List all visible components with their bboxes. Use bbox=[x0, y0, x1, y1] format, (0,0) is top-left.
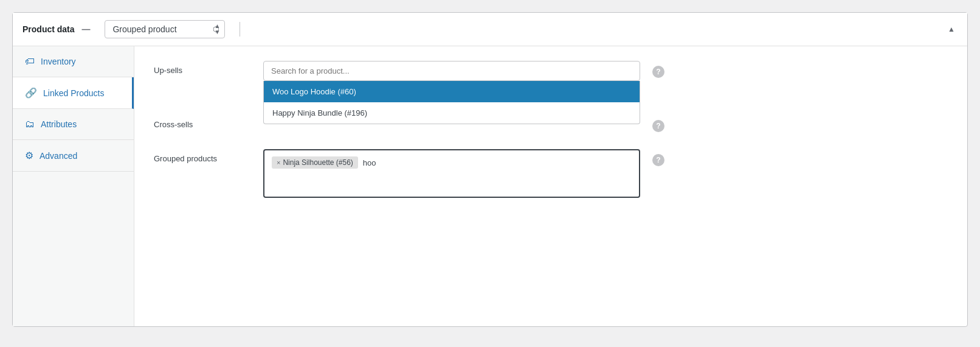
sidebar-item-attributes[interactable]: 🗂 Attributes bbox=[13, 109, 134, 140]
main-content: Up-sells Woo Logo Hoodie (#60) Happy Nin… bbox=[134, 46, 967, 326]
outer-wrapper: Product data — Simple productGrouped pro… bbox=[0, 0, 980, 347]
grouped-products-row: Grouped products × Ninja Silhouette (#56… bbox=[154, 149, 948, 198]
upsells-search-container[interactable] bbox=[263, 61, 640, 81]
sidebar: 🏷 Inventory 🔗 Linked Products 🗂 Attribut… bbox=[13, 46, 134, 326]
link-icon: 🔗 bbox=[25, 87, 37, 99]
sidebar-item-advanced-label: Advanced bbox=[40, 151, 77, 161]
collapse-icon: ▲ bbox=[948, 25, 955, 33]
panel-header: Product data — Simple productGrouped pro… bbox=[13, 13, 967, 46]
tag-text: Ninja Silhouette (#56) bbox=[283, 158, 353, 167]
tag-icon: 🏷 bbox=[25, 56, 35, 67]
product-data-panel: Product data — Simple productGrouped pro… bbox=[12, 12, 968, 327]
upsells-row: Up-sells Woo Logo Hoodie (#60) Happy Nin… bbox=[154, 61, 948, 81]
grouped-products-type-input[interactable] bbox=[363, 156, 399, 170]
crosssells-label: Cross-sells bbox=[154, 115, 251, 129]
gear-icon: ⚙ bbox=[25, 150, 33, 161]
tag-ninja-silhouette: × Ninja Silhouette (#56) bbox=[272, 156, 358, 169]
grouped-products-field[interactable]: × Ninja Silhouette (#56) hoo bbox=[263, 149, 640, 198]
panel-header-left: Product data — Simple productGrouped pro… bbox=[22, 20, 240, 38]
panel-title-text: Product data bbox=[22, 24, 75, 34]
header-divider bbox=[240, 22, 240, 37]
sidebar-item-inventory-label: Inventory bbox=[41, 57, 76, 66]
crosssells-help-icon[interactable]: ? bbox=[652, 120, 664, 132]
sidebar-item-attributes-label: Attributes bbox=[41, 119, 77, 129]
upsells-input-area: Woo Logo Hoodie (#60) Happy Ninja Bundle… bbox=[263, 61, 640, 81]
sidebar-item-linked-products-label: Linked Products bbox=[43, 88, 104, 98]
sidebar-item-inventory[interactable]: 🏷 Inventory bbox=[13, 46, 134, 77]
upsells-search-input[interactable] bbox=[264, 61, 640, 80]
grouped-products-input-area: × Ninja Silhouette (#56) hoo bbox=[263, 149, 640, 198]
panel-body: 🏷 Inventory 🔗 Linked Products 🗂 Attribut… bbox=[13, 46, 967, 326]
sidebar-item-linked-products[interactable]: 🔗 Linked Products bbox=[13, 77, 134, 109]
dropdown-item-1[interactable]: Happy Ninja Bundle (#196) bbox=[264, 102, 640, 124]
collapse-button[interactable]: ▲ bbox=[945, 23, 958, 36]
panel-title: Product data — bbox=[22, 24, 95, 34]
sidebar-item-advanced[interactable]: ⚙ Advanced bbox=[13, 140, 134, 172]
upsells-dropdown: Woo Logo Hoodie (#60) Happy Ninja Bundle… bbox=[263, 81, 640, 124]
dropdown-item-0[interactable]: Woo Logo Hoodie (#60) bbox=[264, 81, 640, 102]
panel-title-dash: — bbox=[81, 24, 90, 34]
grouped-products-help-icon[interactable]: ? bbox=[652, 154, 664, 166]
product-type-select-wrapper[interactable]: Simple productGrouped productExternal/Af… bbox=[105, 20, 225, 38]
upsells-help-icon[interactable]: ? bbox=[652, 66, 664, 78]
tags-container: × Ninja Silhouette (#56) bbox=[272, 155, 632, 170]
tag-remove-icon[interactable]: × bbox=[277, 159, 280, 166]
grid-icon: 🗂 bbox=[25, 119, 35, 130]
upsells-label: Up-sells bbox=[154, 61, 251, 75]
product-type-select[interactable]: Simple productGrouped productExternal/Af… bbox=[105, 20, 225, 38]
grouped-products-label: Grouped products bbox=[154, 149, 251, 163]
